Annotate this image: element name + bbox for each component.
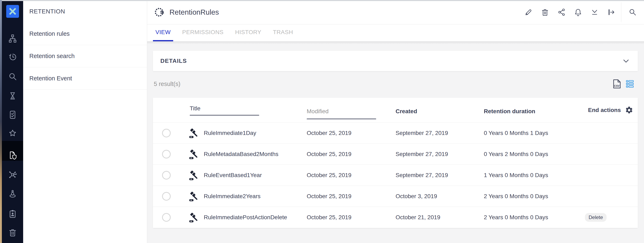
cell-duration: 0 Years 2 Months 0 Days — [484, 151, 548, 157]
row-title-link[interactable]: RuleEventBased1Year — [204, 172, 262, 178]
delete-button[interactable] — [537, 4, 553, 20]
tab-label: TRASH — [273, 29, 293, 36]
csv-export-icon[interactable]: CSV — [613, 79, 621, 89]
tab-label: PERMISSIONS — [182, 29, 224, 36]
tab-label: VIEW — [156, 29, 171, 36]
cell-created: October 21, 2019 — [396, 214, 440, 220]
share-icon — [557, 8, 566, 16]
sort-underline — [307, 118, 376, 119]
gavel-icon — [188, 170, 198, 180]
retention-rules-dotted-circle-icon — [154, 6, 165, 18]
row-select-radio[interactable] — [162, 192, 171, 201]
cell-created: September 27, 2019 — [396, 130, 448, 136]
history-icon — [8, 52, 17, 62]
nav-favorites[interactable] — [2, 124, 23, 142]
page-title: RetentionRules — [170, 8, 219, 16]
column-label: Title — [190, 105, 259, 112]
search-icon — [628, 8, 637, 16]
nav-tasks-pending[interactable] — [2, 87, 23, 105]
table-view-icon[interactable] — [626, 79, 634, 88]
table-row[interactable]: RuleMetadataBased2Months October 25, 201… — [153, 144, 638, 165]
nav-user-profile[interactable] — [2, 185, 23, 203]
nav-search[interactable] — [2, 67, 23, 86]
csv-label: CSV — [614, 84, 620, 88]
column-header-duration[interactable]: Retention duration — [484, 108, 583, 115]
nav-roles[interactable] — [2, 205, 23, 223]
row-select-radio[interactable] — [162, 129, 171, 138]
user-ring-icon — [8, 189, 17, 199]
sidebar-item-retention-search[interactable]: Retention search — [23, 45, 147, 67]
chevron-down-icon — [623, 60, 629, 62]
column-settings-button[interactable] — [625, 106, 633, 114]
main-area: RetentionRules — [147, 0, 644, 243]
row-select-radio[interactable] — [162, 213, 171, 222]
column-header-created[interactable]: Created — [396, 108, 484, 115]
tasks-icon — [8, 110, 17, 120]
details-label: DETAILS — [160, 58, 187, 64]
favorites-star-icon — [8, 128, 17, 138]
export-button[interactable] — [603, 4, 620, 20]
tab-history[interactable]: HISTORY — [233, 24, 264, 41]
retention-doc-shield-icon — [8, 151, 17, 160]
cell-created: September 27, 2019 — [396, 172, 448, 178]
notifications-button[interactable] — [570, 4, 586, 20]
document-header: RetentionRules — [147, 0, 644, 24]
table-row[interactable]: RuleImmediate2Years October 25, 2019 Oct… — [153, 186, 638, 207]
document-tabs: VIEW PERMISSIONS HISTORY TRASH — [147, 24, 644, 41]
trash-icon — [8, 228, 17, 237]
row-select-radio[interactable] — [162, 171, 171, 180]
table-row[interactable]: RuleImmediate1Day October 25, 2019 Septe… — [153, 122, 638, 144]
tab-permissions[interactable]: PERMISSIONS — [180, 24, 226, 41]
sidebar-item-retention-rules[interactable]: Retention rules — [23, 23, 147, 45]
gavel-icon — [188, 149, 198, 160]
sidebar-item-retention-event[interactable]: Retention Event — [23, 67, 147, 90]
app-logo[interactable] — [2, 4, 23, 18]
tab-view[interactable]: VIEW — [153, 24, 173, 41]
content-area: DETAILS 5 result(s) CSV — [147, 41, 644, 243]
edit-button[interactable] — [520, 4, 537, 20]
details-collapsible[interactable]: DETAILS — [153, 51, 638, 71]
tab-label: HISTORY — [235, 29, 262, 36]
cell-modified: October 25, 2019 — [307, 214, 351, 220]
gear-icon — [625, 106, 633, 114]
share-button[interactable] — [553, 4, 570, 20]
nav-trash[interactable] — [2, 223, 23, 242]
sidebar-item-label: Retention search — [29, 53, 74, 60]
gavel-icon — [188, 212, 198, 223]
row-title-link[interactable]: RuleImmediate2Years — [204, 193, 260, 200]
cell-modified: October 25, 2019 — [307, 172, 351, 178]
row-title-link[interactable]: RuleImmediate1Day — [204, 130, 256, 136]
sidebar-item-label: Retention Event — [29, 75, 72, 82]
x-logo-icon — [6, 5, 19, 18]
cell-modified: October 25, 2019 — [307, 130, 351, 136]
hourglass-icon — [8, 91, 17, 101]
header-actions — [520, 0, 644, 24]
search-icon — [8, 72, 17, 81]
table-header-row: Title Modified Created Retention duratio… — [153, 98, 638, 122]
nav-history[interactable] — [2, 48, 23, 66]
nav-browse[interactable] — [2, 30, 23, 48]
panel-title: RETENTION — [23, 0, 147, 23]
cell-created: September 27, 2019 — [396, 151, 448, 157]
nav-connections[interactable] — [2, 166, 23, 184]
row-select-radio[interactable] — [162, 150, 171, 158]
table-row[interactable]: RuleImmediatePostActionDelete October 25… — [153, 207, 638, 228]
column-label: Modified — [307, 108, 376, 115]
cell-modified: October 25, 2019 — [307, 193, 351, 200]
results-count: 5 result(s) — [154, 80, 180, 88]
table-row[interactable]: RuleEventBased1Year October 25, 2019 Sep… — [153, 165, 638, 186]
search-button[interactable] — [624, 4, 641, 20]
column-header-title[interactable]: Title — [190, 105, 259, 116]
nav-workflow-tasks[interactable] — [2, 106, 23, 124]
cell-duration: 1 Years 0 Months 0 Days — [484, 172, 548, 178]
row-title-link[interactable]: RuleImmediatePostActionDelete — [204, 214, 287, 221]
cell-modified: October 25, 2019 — [307, 151, 351, 157]
download-icon — [590, 8, 599, 16]
nav-retention-active[interactable] — [2, 146, 23, 164]
results-table: Title Modified Created Retention duratio… — [153, 98, 638, 228]
download-button[interactable] — [586, 4, 603, 20]
tab-trash[interactable]: TRASH — [270, 24, 296, 41]
gavel-icon — [188, 191, 198, 202]
column-header-modified[interactable]: Modified — [307, 108, 376, 119]
row-title-link[interactable]: RuleMetadataBased2Months — [204, 151, 278, 158]
